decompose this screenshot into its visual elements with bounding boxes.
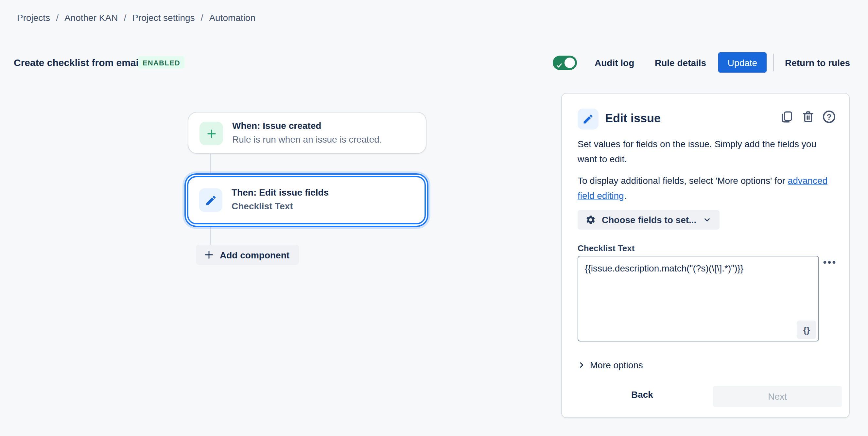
plus-icon xyxy=(204,249,215,260)
audit-log-link[interactable]: Audit log xyxy=(595,58,634,68)
breadcrumb-separator: / xyxy=(124,12,126,23)
delete-button[interactable] xyxy=(801,110,815,124)
choose-fields-label: Choose fields to set... xyxy=(602,215,696,225)
more-options-toggle[interactable]: More options xyxy=(578,360,643,370)
help-button[interactable]: ? xyxy=(823,111,835,123)
return-to-rules-link[interactable]: Return to rules xyxy=(785,58,850,68)
breadcrumb-separator: / xyxy=(56,12,59,23)
rule-name: Create checklist from email xyxy=(14,57,141,68)
trigger-plus-icon xyxy=(199,122,223,145)
next-button[interactable]: Next xyxy=(713,386,842,407)
action-title: Then: Edit issue fields xyxy=(231,187,329,197)
chevron-right-icon xyxy=(578,361,585,369)
check-icon xyxy=(556,60,562,71)
hint-text: To display additional fields, select 'Mo… xyxy=(578,175,788,186)
trigger-title: When: Issue created xyxy=(232,120,321,131)
pencil-icon xyxy=(199,188,222,212)
duplicate-button[interactable] xyxy=(780,110,794,124)
breadcrumb-project[interactable]: Another KAN xyxy=(64,12,118,23)
divider xyxy=(773,54,774,71)
help-icon: ? xyxy=(823,111,835,123)
checklist-text-label: Checklist Text xyxy=(578,243,634,253)
trigger-card-issue-created[interactable]: When: Issue created Rule is run when an … xyxy=(188,112,427,154)
gear-icon xyxy=(585,215,596,225)
trigger-subtitle: Rule is run when an issue is created. xyxy=(232,134,382,145)
action-card-edit-issue-fields[interactable]: Then: Edit issue fields Checklist Text xyxy=(187,176,426,224)
action-subtitle: Checklist Text xyxy=(231,201,293,211)
panel-description: Set values for fields on the issue. Simp… xyxy=(578,137,837,167)
insert-smart-value-button[interactable]: {} xyxy=(797,320,816,339)
hint-suffix: . xyxy=(624,190,627,201)
breadcrumb-automation[interactable]: Automation xyxy=(209,12,255,23)
add-component-button[interactable]: Add component xyxy=(196,245,299,265)
more-options-label: More options xyxy=(590,360,643,370)
pencil-icon xyxy=(578,108,598,129)
chevron-down-icon xyxy=(702,215,711,224)
field-more-button[interactable] xyxy=(823,260,836,264)
choose-fields-dropdown[interactable]: Choose fields to set... xyxy=(578,210,719,229)
ellipsis-icon xyxy=(823,260,836,264)
flow-connector xyxy=(210,227,211,245)
trash-icon xyxy=(801,110,815,124)
breadcrumb-projects[interactable]: Projects xyxy=(17,12,50,23)
status-badge: ENABLED xyxy=(138,56,185,69)
flow-connector xyxy=(210,154,211,175)
breadcrumb-separator: / xyxy=(201,12,204,23)
panel-hint: To display additional fields, select 'Mo… xyxy=(578,173,837,204)
edit-issue-panel: Edit issue ? Set values for fields on th… xyxy=(561,93,850,418)
toggle-knob xyxy=(564,58,575,68)
update-button[interactable]: Update xyxy=(718,52,767,73)
back-button[interactable]: Back xyxy=(631,389,653,400)
rule-details-link[interactable]: Rule details xyxy=(655,58,706,68)
automation-rule-editor: Projects / Another KAN / Project setting… xyxy=(0,0,868,436)
copy-icon xyxy=(780,110,794,124)
panel-actions: ? xyxy=(780,110,835,124)
breadcrumb: Projects / Another KAN / Project setting… xyxy=(17,12,255,23)
add-component-label: Add component xyxy=(220,250,289,260)
checklist-text-input[interactable]: {{issue.description.match("(?s)(\[\].*)"… xyxy=(578,256,819,341)
panel-title: Edit issue xyxy=(605,112,661,126)
rule-enabled-toggle[interactable] xyxy=(553,56,577,70)
breadcrumb-project-settings[interactable]: Project settings xyxy=(132,12,195,23)
